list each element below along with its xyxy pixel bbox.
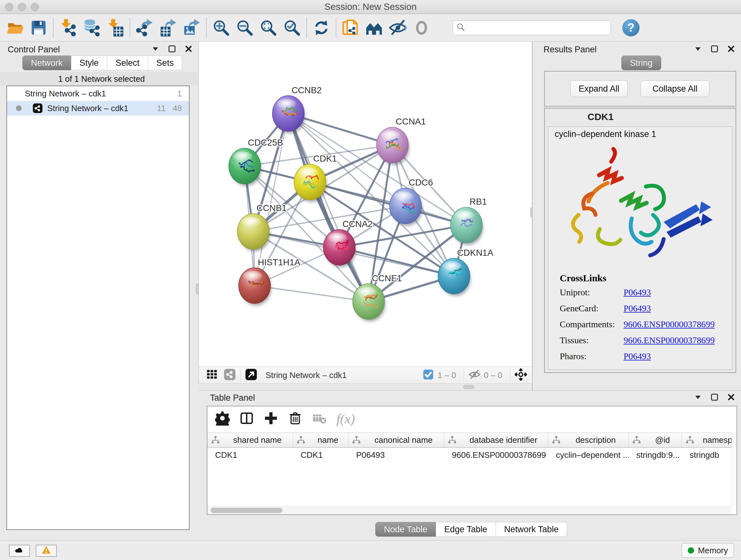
crosslink-link[interactable]: P06493: [623, 303, 651, 314]
export-image-button[interactable]: [180, 17, 204, 38]
node-table[interactable]: shared namenamecanonical namedatabase id…: [207, 433, 731, 506]
table-panel-float-icon[interactable]: [710, 392, 719, 403]
birdseye-button[interactable]: [362, 17, 386, 38]
zoom-out-button[interactable]: [233, 17, 257, 38]
results-panel-close-icon[interactable]: [726, 44, 736, 55]
warnings-button[interactable]: [36, 545, 57, 557]
network-collection-row[interactable]: String Network – cdk1 1: [7, 86, 189, 101]
column-header-description[interactable]: description: [548, 433, 629, 447]
show-columns-icon[interactable]: [239, 411, 254, 427]
column-header-shared-name[interactable]: shared name: [207, 433, 293, 447]
results-panel-float-icon[interactable]: [710, 44, 719, 55]
network-node-CDC6[interactable]: [390, 188, 422, 226]
node-label-CDC6: CDC6: [409, 178, 433, 187]
tab-network[interactable]: Network: [22, 56, 71, 70]
bottom-splitter-handle[interactable]: [463, 385, 474, 389]
add-column-icon[interactable]: [264, 411, 278, 427]
network-row[interactable]: String Network – cdk1 11 48: [7, 101, 189, 116]
zoom-fit-button[interactable]: [257, 17, 280, 38]
column-header-namespace[interactable]: namespace: [682, 433, 731, 447]
search-input[interactable]: [466, 21, 610, 34]
crosslink-row: Tissues:9606.ENSP00000378699: [560, 335, 732, 346]
save-session-button[interactable]: [27, 17, 51, 38]
table-hscroll-thumb[interactable]: [211, 508, 282, 513]
table-cell[interactable]: cyclin–dependent ...: [548, 450, 629, 460]
table-cell[interactable]: stringdb: [682, 450, 731, 460]
hidden-eye-icon[interactable]: [468, 368, 481, 382]
tab-string[interactable]: String: [621, 56, 661, 70]
export-network-button[interactable]: [133, 17, 156, 38]
tab-sets[interactable]: Sets: [148, 56, 182, 70]
column-header-database-identifier[interactable]: database identifier: [444, 433, 548, 447]
zoom-selected-button[interactable]: [280, 17, 304, 38]
network-node-CDKN1A[interactable]: [438, 258, 471, 296]
refresh-button[interactable]: [310, 17, 333, 38]
table-panel-close-icon[interactable]: [726, 392, 736, 403]
network-canvas[interactable]: CCNB2CCNA1CDC25BCDK1CDC6RB1CCNB1CCNA2CDK…: [199, 42, 532, 367]
delete-column-icon[interactable]: [288, 411, 302, 427]
table-options-gear-icon[interactable]: [215, 411, 230, 427]
collection-label: String Network – cdk1: [25, 89, 106, 99]
tab-select[interactable]: Select: [107, 56, 148, 70]
memory-button[interactable]: Memory: [682, 543, 734, 558]
column-label: @id: [643, 435, 682, 445]
control-panel-tabs: Network Style Select Sets: [22, 56, 182, 70]
open-session-button[interactable]: [3, 17, 27, 38]
network-edge[interactable]: [255, 286, 368, 302]
export-table-button[interactable]: [156, 17, 180, 38]
expand-all-button[interactable]: Expand All: [570, 80, 628, 97]
node-label-CCNA1: CCNA1: [396, 117, 426, 126]
hide-details-button[interactable]: [386, 17, 410, 38]
crosslink-link[interactable]: P06493: [623, 351, 651, 361]
fit-content-icon[interactable]: [515, 368, 527, 382]
import-database-button[interactable]: [80, 17, 104, 38]
network-node-HIST1H1A[interactable]: [239, 268, 272, 306]
table-cell[interactable]: P06493: [348, 450, 444, 460]
copy-views-button[interactable]: [339, 17, 362, 38]
network-node-CCNA1[interactable]: [377, 127, 409, 165]
table-vertical-scrollbar[interactable]: [731, 433, 737, 506]
search-box[interactable]: [453, 20, 611, 35]
column-label: description: [563, 435, 628, 445]
network-node-RB1[interactable]: [450, 207, 483, 245]
tab-edge-table[interactable]: Edge Table: [436, 522, 496, 537]
crosslink-link[interactable]: 9606.ENSP00000378699: [623, 335, 715, 346]
grid-view-icon[interactable]: [206, 368, 218, 382]
column-header--id[interactable]: @id: [629, 433, 682, 447]
zoom-selected-icon: [283, 18, 301, 37]
table-cell[interactable]: 9606.ENSP00000378699: [444, 450, 548, 460]
control-panel-collapse-icon[interactable]: [151, 44, 160, 55]
network-node-CCNA2[interactable]: [323, 230, 356, 267]
network-node-CCNB1[interactable]: [238, 213, 270, 252]
table-panel-collapse-icon[interactable]: [693, 392, 703, 403]
table-cell[interactable]: CDK1: [207, 450, 293, 460]
crosslink-link[interactable]: P06493: [623, 287, 651, 298]
selected-checkbox-icon[interactable]: [422, 368, 434, 382]
import-network-button[interactable]: [56, 17, 80, 38]
control-panel-float-icon[interactable]: [167, 44, 177, 55]
import-table-button[interactable]: [104, 17, 127, 38]
tab-style[interactable]: Style: [71, 56, 107, 70]
network-node-CDC25B[interactable]: [229, 148, 262, 186]
network-node-CDK1[interactable]: [294, 164, 327, 202]
control-panel-close-icon[interactable]: [184, 44, 193, 55]
collapse-all-button[interactable]: Collapse All: [641, 80, 710, 97]
share-view-icon[interactable]: [224, 368, 236, 382]
table-cell[interactable]: stringdb:9...: [629, 450, 682, 460]
crosslink-link[interactable]: 9606.ENSP00000378699: [623, 319, 715, 329]
tab-network-table[interactable]: Network Table: [496, 522, 567, 537]
network-edge[interactable]: [288, 114, 368, 302]
detach-view-icon[interactable]: [245, 368, 257, 382]
zoom-in-button[interactable]: [209, 17, 233, 38]
column-type-icon: [551, 435, 561, 445]
column-header-name[interactable]: name: [293, 433, 348, 447]
results-panel-collapse-icon[interactable]: [693, 44, 703, 55]
cloud-button[interactable]: [9, 545, 30, 557]
table-cell[interactable]: CDK1: [293, 450, 348, 460]
help-button[interactable]: ?: [622, 19, 639, 37]
table-horizontal-scrollbar[interactable]: [207, 506, 731, 514]
tab-node-table[interactable]: Node Table: [375, 522, 436, 537]
show-details-button[interactable]: [410, 17, 433, 38]
network-node-CCNE1[interactable]: [353, 284, 386, 322]
column-header-canonical-name[interactable]: canonical name: [348, 433, 444, 447]
